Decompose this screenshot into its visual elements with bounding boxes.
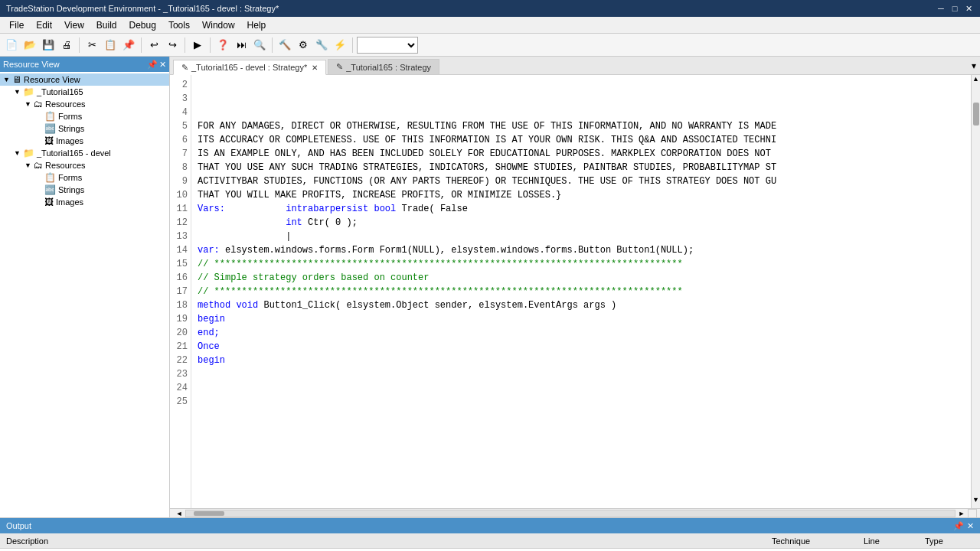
output-close-icon[interactable]: ✕ bbox=[967, 521, 974, 531]
output-col-technique: Technique bbox=[766, 536, 858, 546]
tab-icon-1: ✎ bbox=[181, 63, 188, 73]
code-content[interactable]: FOR ANY DAMAGES, DIRECT OR OTHERWISE, RE… bbox=[191, 75, 971, 508]
panel-pin-icon[interactable]: 📌 bbox=[147, 60, 158, 70]
h-scroll-thumb[interactable] bbox=[194, 511, 224, 516]
tree-label-strings1: Strings bbox=[58, 124, 84, 133]
sep6 bbox=[352, 37, 353, 53]
tools-button[interactable]: 🔧 bbox=[313, 37, 330, 54]
tree-icon-images2: 🖼 bbox=[44, 197, 54, 207]
help-button[interactable]: ❓ bbox=[214, 37, 231, 54]
new-button[interactable]: 📄 bbox=[3, 37, 20, 54]
resource-panel-header-icons: 📌 ✕ bbox=[147, 60, 166, 70]
menu-bar: File Edit View Build Debug Tools Window … bbox=[0, 17, 980, 34]
vertical-scrollbar[interactable]: ▲ ▼ bbox=[971, 75, 980, 508]
tree-item-forms2[interactable]: 📋Forms bbox=[0, 171, 169, 184]
tree-item-t165[interactable]: ▼📁_Tutorial165 bbox=[0, 86, 169, 98]
code-line-5: THAT YOU USE ANY SUCH TRADING STRATEGIES… bbox=[198, 161, 968, 174]
undo-button[interactable]: ↩ bbox=[145, 37, 162, 54]
code-line-16: // Simple strategy orders based on count… bbox=[198, 271, 968, 285]
tree-icon-res2: 🗂 bbox=[34, 160, 43, 171]
maximize-button[interactable]: □ bbox=[949, 3, 960, 14]
menu-view[interactable]: View bbox=[58, 18, 90, 32]
toolbar-dropdown[interactable] bbox=[357, 37, 418, 54]
build-button[interactable]: 🔨 bbox=[276, 37, 293, 54]
settings-button[interactable]: ⚙ bbox=[295, 37, 312, 54]
tree-item-images2[interactable]: 🖼Images bbox=[0, 196, 169, 208]
tree-item-res2[interactable]: ▼🗂Resources bbox=[0, 159, 169, 171]
menu-debug[interactable]: Debug bbox=[123, 18, 162, 32]
line-num-2: 2 bbox=[173, 78, 188, 92]
code-editor[interactable]: 2345678910111213141516171819202122232425… bbox=[170, 75, 980, 508]
tree-item-strings1[interactable]: 🔤Strings bbox=[0, 122, 169, 135]
menu-file[interactable]: File bbox=[3, 18, 30, 32]
tree-item-forms1[interactable]: 📋Forms bbox=[0, 110, 169, 122]
redo-button[interactable]: ↪ bbox=[164, 37, 181, 54]
tree-label-rv: Resource View bbox=[24, 75, 80, 84]
minimize-button[interactable]: ─ bbox=[936, 3, 946, 14]
tab-close-1[interactable]: ✕ bbox=[312, 64, 318, 72]
cut-button[interactable]: ✂ bbox=[83, 37, 100, 54]
title-bar-controls[interactable]: ─ □ ✕ bbox=[936, 3, 974, 14]
tab-dropdown-button[interactable]: ▾ bbox=[968, 57, 980, 74]
menu-window[interactable]: Window bbox=[196, 18, 241, 32]
tree-item-images1[interactable]: 🖼Images bbox=[0, 135, 169, 147]
tree-item-strings2[interactable]: 🔤Strings bbox=[0, 184, 169, 196]
title-bar: TradeStation Development Environment - _… bbox=[0, 0, 980, 17]
code-line-13: var: elsystem.windows.forms.Form Form1(N… bbox=[198, 243, 968, 257]
debug-run-button[interactable]: 🔍 bbox=[251, 37, 268, 54]
tree-label-res1: Resources bbox=[45, 99, 86, 109]
code-line-15: // *************************************… bbox=[198, 257, 968, 271]
tree-item-t165d[interactable]: ▼📁_Tutorial165 - devel bbox=[0, 147, 169, 159]
tab-bar: ✎ _Tutorial165 - devel : Strategy* ✕ ✎ _… bbox=[170, 57, 980, 75]
code-line-7: THAT YOU WILL MAKE PROFITS, INCREASE PRO… bbox=[198, 188, 968, 202]
copy-button[interactable]: 📋 bbox=[102, 37, 119, 54]
tree-icon-forms1: 📋 bbox=[44, 111, 56, 122]
tab-inactive[interactable]: ✎ _Tutorial165 : Strategy bbox=[328, 59, 439, 74]
scroll-thumb[interactable] bbox=[973, 103, 979, 126]
run-button[interactable]: ▶ bbox=[189, 37, 206, 54]
print-button[interactable]: 🖨 bbox=[58, 37, 75, 54]
code-line-11: | bbox=[198, 230, 968, 243]
line-num-13: 13 bbox=[173, 230, 188, 243]
menu-edit[interactable]: Edit bbox=[30, 18, 58, 32]
tree-icon-forms2: 📋 bbox=[44, 172, 56, 183]
line-num-15: 15 bbox=[173, 257, 188, 271]
scroll-right-button[interactable]: ► bbox=[956, 510, 968, 517]
code-line-24: Once bbox=[198, 340, 968, 354]
extra-button[interactable]: ⚡ bbox=[332, 37, 348, 54]
line-num-4: 4 bbox=[173, 106, 188, 119]
line-num-20: 20 bbox=[173, 326, 188, 340]
menu-tools[interactable]: Tools bbox=[162, 18, 196, 32]
code-line-3: ITS ACCURACY OR COMPLETENESS. USE OF THI… bbox=[198, 133, 968, 147]
tree-item-rv[interactable]: ▼🖥Resource View bbox=[0, 73, 169, 86]
menu-build[interactable]: Build bbox=[90, 18, 123, 32]
output-header: Output 📌 ✕ bbox=[0, 518, 980, 533]
debug-step-button[interactable]: ⏭ bbox=[233, 37, 250, 54]
line-num-10: 10 bbox=[173, 188, 188, 202]
sep3 bbox=[185, 37, 185, 53]
scroll-down-button[interactable]: ▼ bbox=[972, 496, 981, 508]
output-panel: Output 📌 ✕ Description Technique Line Ty… bbox=[0, 517, 980, 551]
tree-icon-t165d: 📁 bbox=[23, 148, 34, 158]
open-button[interactable]: 📂 bbox=[21, 37, 38, 54]
output-col-type: Type bbox=[919, 536, 980, 546]
line-num-12: 12 bbox=[173, 216, 188, 230]
line-num-5: 5 bbox=[173, 119, 188, 133]
menu-help[interactable]: Help bbox=[241, 18, 273, 32]
scroll-up-button[interactable]: ▲ bbox=[972, 75, 981, 87]
output-title: Output bbox=[6, 521, 31, 530]
close-button[interactable]: ✕ bbox=[963, 3, 974, 14]
line-num-22: 22 bbox=[173, 354, 188, 367]
tree-label-strings2: Strings bbox=[58, 185, 84, 194]
title-text: TradeStation Development Environment - _… bbox=[6, 4, 279, 13]
scroll-left-button[interactable]: ◄ bbox=[173, 510, 185, 517]
tree-label-images2: Images bbox=[56, 197, 83, 207]
code-line-25: begin bbox=[198, 354, 968, 367]
output-pin-icon[interactable]: 📌 bbox=[953, 521, 964, 531]
panel-close-icon[interactable]: ✕ bbox=[159, 60, 166, 70]
tree-item-res1[interactable]: ▼🗂Resources bbox=[0, 98, 169, 110]
horizontal-scrollbar-track[interactable] bbox=[185, 510, 956, 517]
tab-active[interactable]: ✎ _Tutorial165 - devel : Strategy* ✕ bbox=[173, 60, 326, 75]
save-button[interactable]: 💾 bbox=[40, 37, 57, 54]
paste-button[interactable]: 📌 bbox=[120, 37, 137, 54]
